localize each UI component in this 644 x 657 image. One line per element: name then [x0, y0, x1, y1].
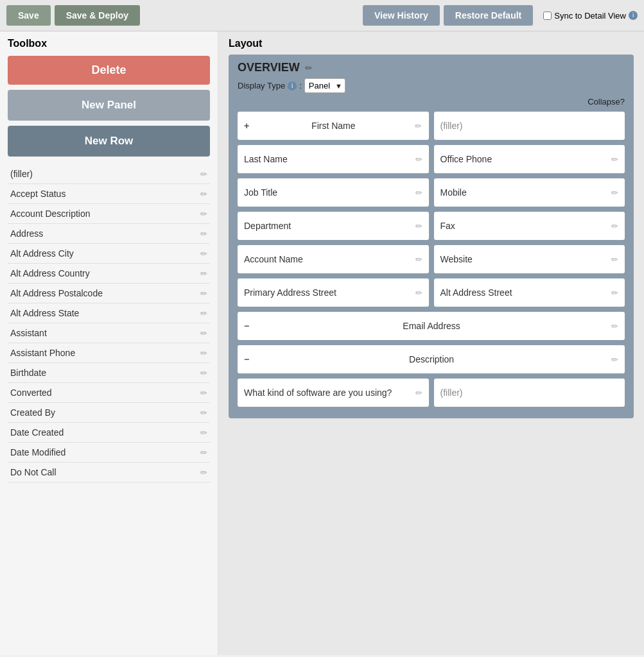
- cell-edit-icon[interactable]: ✏: [611, 155, 618, 164]
- sidebar-toolbox: Toolbox Delete New Panel New Row (filler…: [0, 31, 218, 655]
- display-type-label: Display Type: [238, 81, 285, 90]
- cell-edit-icon[interactable]: ✏: [415, 155, 422, 164]
- toolbox-item-edit-icon[interactable]: ✏: [200, 388, 207, 398]
- toolbox-item-edit-icon[interactable]: ✏: [200, 328, 207, 338]
- toolbox-item-edit-icon[interactable]: ✏: [200, 229, 207, 239]
- toolbox-item-edit-icon[interactable]: ✏: [200, 348, 207, 358]
- toolbox-item[interactable]: Date Created✏: [8, 423, 210, 443]
- layout-cell[interactable]: What kind of software are you using?✏: [238, 379, 429, 407]
- layout-row: Primary Address Street✏Alt Address Stree…: [238, 278, 625, 307]
- layout-cell[interactable]: Account Name✏: [238, 245, 429, 273]
- cell-edit-icon[interactable]: ✏: [611, 221, 618, 231]
- layout-row: Account Name✏Website✏: [238, 245, 625, 273]
- toolbox-item-edit-icon[interactable]: ✏: [200, 368, 207, 378]
- restore-default-button[interactable]: Restore Default: [444, 5, 533, 26]
- toolbox-item[interactable]: Birthdate✏: [8, 363, 210, 383]
- toolbox-item-edit-icon[interactable]: ✏: [200, 448, 207, 457]
- layout-cell[interactable]: (filler): [434, 379, 625, 407]
- toolbox-item[interactable]: Alt Address Country✏: [8, 264, 210, 284]
- layout-cell[interactable]: Website✏: [434, 245, 625, 273]
- cell-edit-icon[interactable]: ✏: [415, 188, 422, 198]
- new-row-button[interactable]: New Row: [8, 126, 210, 157]
- layout-cell[interactable]: +First Name✏: [238, 112, 429, 140]
- toolbox-item-label: Alt Address City: [10, 248, 74, 259]
- toolbox-item-list: (filler)✏Accept Status✏Account Descripti…: [8, 164, 210, 482]
- layout-cell[interactable]: Last Name✏: [238, 145, 429, 173]
- collapse-row: Collapse?: [238, 97, 625, 107]
- toolbox-item-label: Do Not Call: [10, 467, 57, 477]
- toolbox-item-edit-icon[interactable]: ✏: [200, 468, 207, 477]
- toolbox-item[interactable]: Address✏: [8, 224, 210, 244]
- toolbox-item[interactable]: Accept Status✏: [8, 184, 210, 204]
- toolbox-item-label: (filler): [10, 169, 33, 179]
- layout-cell[interactable]: Fax✏: [434, 212, 625, 240]
- toolbox-item[interactable]: Alt Address City✏: [8, 244, 210, 264]
- toolbox-item-edit-icon[interactable]: ✏: [200, 189, 207, 199]
- cell-edit-icon[interactable]: ✏: [415, 121, 422, 131]
- layout-cell[interactable]: (filler): [434, 112, 625, 140]
- layout-cell[interactable]: Office Phone✏: [434, 145, 625, 173]
- toolbox-item-edit-icon[interactable]: ✏: [200, 269, 207, 278]
- toolbox-item[interactable]: Do Not Call✏: [8, 463, 210, 482]
- display-type-info-icon[interactable]: i: [288, 81, 297, 90]
- toolbox-item-label: Address: [10, 228, 43, 239]
- layout-cell[interactable]: Alt Address Street✏: [434, 278, 625, 307]
- toolbox-item[interactable]: Alt Address Postalcode✏: [8, 284, 210, 303]
- view-history-button[interactable]: View History: [363, 5, 440, 26]
- panel-box: OVERVIEW ✏ Display Type i: Panel Collaps…: [229, 55, 634, 418]
- toolbox-item[interactable]: Account Description✏: [8, 204, 210, 224]
- layout-row: −Email Address✏: [238, 312, 625, 340]
- display-type-select[interactable]: Panel: [304, 78, 345, 93]
- toolbox-item-label: Converted: [10, 388, 52, 398]
- layout-cell[interactable]: Department✏: [238, 212, 429, 240]
- toolbox-item-edit-icon[interactable]: ✏: [200, 309, 207, 318]
- save-deploy-button[interactable]: Save & Deploy: [55, 5, 140, 26]
- toolbox-item[interactable]: Created By✏: [8, 403, 210, 423]
- cell-edit-icon[interactable]: ✏: [611, 255, 618, 264]
- toolbox-item[interactable]: Alt Address State✏: [8, 303, 210, 323]
- cell-label: Mobile: [440, 187, 467, 198]
- layout-cell[interactable]: −Email Address✏: [238, 312, 625, 340]
- layout-cell[interactable]: Mobile✏: [434, 178, 625, 207]
- collapse-label: Collapse?: [587, 97, 625, 107]
- cell-edit-icon[interactable]: ✏: [611, 321, 618, 331]
- cell-label: (filler): [440, 121, 463, 131]
- toolbox-item-edit-icon[interactable]: ✏: [200, 169, 207, 179]
- cell-edit-icon[interactable]: ✏: [415, 288, 422, 298]
- cell-edit-icon[interactable]: ✏: [415, 388, 422, 398]
- toolbox-item[interactable]: Assistant✏: [8, 323, 210, 343]
- panel-edit-icon[interactable]: ✏: [305, 63, 313, 73]
- cell-edit-icon[interactable]: ✏: [415, 221, 422, 231]
- toolbox-item[interactable]: Converted✏: [8, 383, 210, 403]
- toolbox-item[interactable]: (filler)✏: [8, 164, 210, 184]
- toolbox-item-edit-icon[interactable]: ✏: [200, 408, 207, 418]
- toolbox-item-edit-icon[interactable]: ✏: [200, 428, 207, 438]
- cell-edit-icon[interactable]: ✏: [611, 288, 618, 298]
- top-toolbar: Save Save & Deploy View History Restore …: [0, 0, 644, 31]
- layout-cell[interactable]: Job Title✏: [238, 178, 429, 207]
- sync-label: Sync to Detail View i: [543, 11, 638, 21]
- toolbox-item-edit-icon[interactable]: ✏: [200, 249, 207, 259]
- panel-title: OVERVIEW: [238, 61, 300, 74]
- layout-row: −Description✏: [238, 345, 625, 373]
- toolbox-item-edit-icon[interactable]: ✏: [200, 209, 207, 219]
- display-type-select-wrapper[interactable]: Panel: [302, 78, 345, 93]
- layout-cell[interactable]: −Description✏: [238, 345, 625, 373]
- toolbox-item-label: Accept Status: [10, 189, 65, 199]
- toolbox-item-label: Account Description: [10, 209, 91, 219]
- cell-edit-icon[interactable]: ✏: [611, 188, 618, 198]
- layout-row: What kind of software are you using?✏(fi…: [238, 379, 625, 407]
- toolbox-item[interactable]: Assistant Phone✏: [8, 343, 210, 363]
- layout-cell[interactable]: Primary Address Street✏: [238, 278, 429, 307]
- cell-edit-icon[interactable]: ✏: [415, 255, 422, 264]
- sync-info-icon[interactable]: i: [629, 11, 638, 20]
- cell-label: What kind of software are you using?: [244, 388, 392, 398]
- new-panel-button[interactable]: New Panel: [8, 90, 210, 121]
- cell-edit-icon[interactable]: ✏: [611, 355, 618, 364]
- toolbox-item[interactable]: Date Modified✏: [8, 443, 210, 463]
- save-button[interactable]: Save: [6, 5, 51, 26]
- toolbox-item-edit-icon[interactable]: ✏: [200, 289, 207, 298]
- delete-button[interactable]: Delete: [8, 56, 210, 85]
- sync-checkbox[interactable]: [543, 12, 552, 20]
- cell-label: Department: [244, 221, 291, 231]
